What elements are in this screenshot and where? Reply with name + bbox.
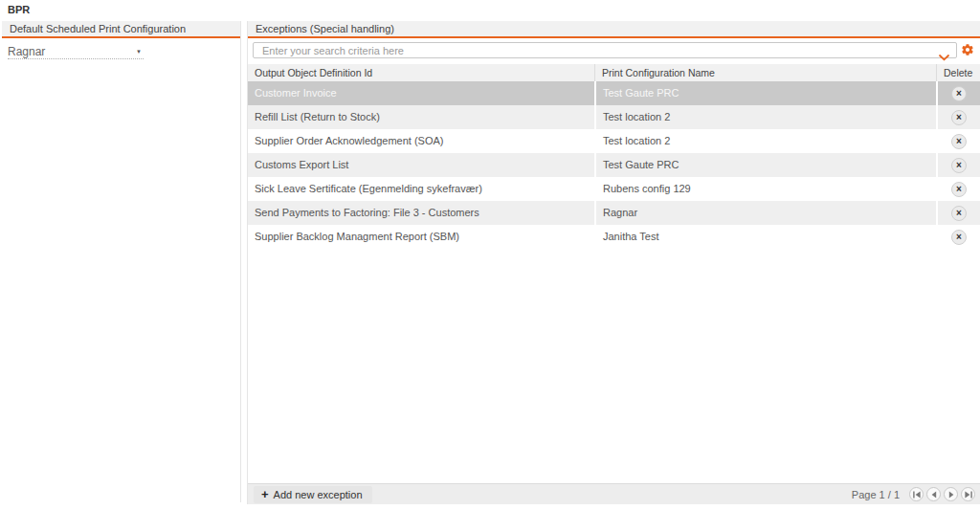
column-header-output-object[interactable]: Output Object Definition Id bbox=[248, 64, 594, 81]
default-print-config-panel: Default Scheduled Print Configuration Ra… bbox=[2, 21, 241, 502]
delete-row-button[interactable]: × bbox=[951, 230, 967, 245]
last-page-button[interactable] bbox=[961, 487, 975, 501]
column-header-delete: Delete bbox=[936, 64, 980, 81]
default-print-config-dropdown[interactable]: Ragnar ▼ bbox=[8, 44, 144, 59]
delete-cell: × bbox=[936, 153, 980, 177]
left-panel-header: Default Scheduled Print Configuration bbox=[2, 21, 240, 38]
previous-page-button[interactable] bbox=[926, 487, 941, 501]
exceptions-panel-title: Exceptions (Special handling) bbox=[256, 23, 394, 34]
table-row[interactable]: Supplier Order Acknowledgement (SOA)Test… bbox=[248, 129, 980, 153]
gear-icon[interactable] bbox=[960, 43, 974, 57]
output-object-cell: Supplier Backlog Managment Report (SBM) bbox=[248, 225, 594, 249]
print-config-cell: Rubens config 129 bbox=[594, 177, 936, 201]
chevron-down-icon: ▼ bbox=[136, 49, 144, 55]
page-indicator: Page 1 / 1 bbox=[852, 489, 900, 500]
output-object-cell: Send Payments to Factoring: File 3 - Cus… bbox=[248, 201, 594, 225]
delete-cell: × bbox=[936, 201, 980, 225]
print-config-cell: Test location 2 bbox=[594, 105, 936, 129]
column-header-print-config[interactable]: Print Configuration Name bbox=[594, 64, 936, 81]
search-row bbox=[248, 42, 980, 59]
left-panel-title: Default Scheduled Print Configuration bbox=[10, 23, 186, 34]
next-page-button[interactable] bbox=[944, 487, 958, 501]
delete-row-button[interactable]: × bbox=[951, 206, 967, 221]
print-config-cell: Ragnar bbox=[594, 201, 936, 225]
print-config-cell: Janitha Test bbox=[594, 225, 936, 249]
add-new-exception-button[interactable]: + Add new exception bbox=[254, 486, 372, 503]
exceptions-panel-header: Exceptions (Special handling) bbox=[248, 21, 980, 38]
table-row[interactable]: Supplier Backlog Managment Report (SBM)J… bbox=[248, 225, 980, 249]
table-header: Output Object Definition Id Print Config… bbox=[248, 64, 980, 81]
print-config-cell: Test location 2 bbox=[594, 129, 936, 153]
table-row[interactable]: Customer InvoiceTest Gaute PRC× bbox=[248, 81, 980, 105]
pagination: Page 1 / 1 bbox=[852, 487, 980, 501]
dropdown-value: Ragnar bbox=[8, 45, 45, 58]
add-new-exception-label: Add new exception bbox=[274, 489, 363, 500]
exceptions-panel: Exceptions (Special handling) Output Obj… bbox=[247, 21, 980, 504]
output-object-cell: Refill List (Return to Stock) bbox=[248, 105, 594, 129]
output-object-cell: Sick Leave Sertificate (Egenmelding syke… bbox=[248, 177, 594, 201]
print-config-cell: Test Gaute PRC bbox=[594, 81, 936, 105]
delete-cell: × bbox=[936, 81, 980, 105]
first-page-button[interactable] bbox=[909, 487, 924, 501]
delete-row-button[interactable]: × bbox=[951, 134, 967, 149]
delete-row-button[interactable]: × bbox=[951, 158, 967, 173]
output-object-cell: Customer Invoice bbox=[248, 81, 594, 105]
delete-cell: × bbox=[936, 177, 980, 201]
print-config-cell: Test Gaute PRC bbox=[594, 153, 936, 177]
delete-row-button[interactable]: × bbox=[951, 110, 967, 125]
chevron-down-icon[interactable] bbox=[939, 48, 949, 65]
table-body: Customer InvoiceTest Gaute PRC×Refill Li… bbox=[248, 81, 980, 249]
delete-row-button[interactable]: × bbox=[951, 182, 967, 197]
search-input[interactable] bbox=[254, 43, 956, 57]
output-object-cell: Supplier Order Acknowledgement (SOA) bbox=[248, 129, 594, 153]
delete-cell: × bbox=[936, 225, 980, 249]
plus-icon: + bbox=[261, 488, 269, 500]
delete-cell: × bbox=[936, 105, 980, 129]
search-input-wrapper bbox=[253, 42, 957, 58]
exceptions-footer: + Add new exception Page 1 / 1 bbox=[248, 483, 980, 504]
delete-row-button[interactable]: × bbox=[951, 86, 967, 101]
table-row[interactable]: Refill List (Return to Stock)Test locati… bbox=[248, 105, 980, 129]
output-object-cell: Customs Export List bbox=[248, 153, 594, 177]
table-row[interactable]: Sick Leave Sertificate (Egenmelding syke… bbox=[248, 177, 980, 201]
page-title: BPR bbox=[8, 4, 30, 15]
table-row[interactable]: Customs Export ListTest Gaute PRC× bbox=[248, 153, 980, 177]
table-row[interactable]: Send Payments to Factoring: File 3 - Cus… bbox=[248, 201, 980, 225]
delete-cell: × bbox=[936, 129, 980, 153]
